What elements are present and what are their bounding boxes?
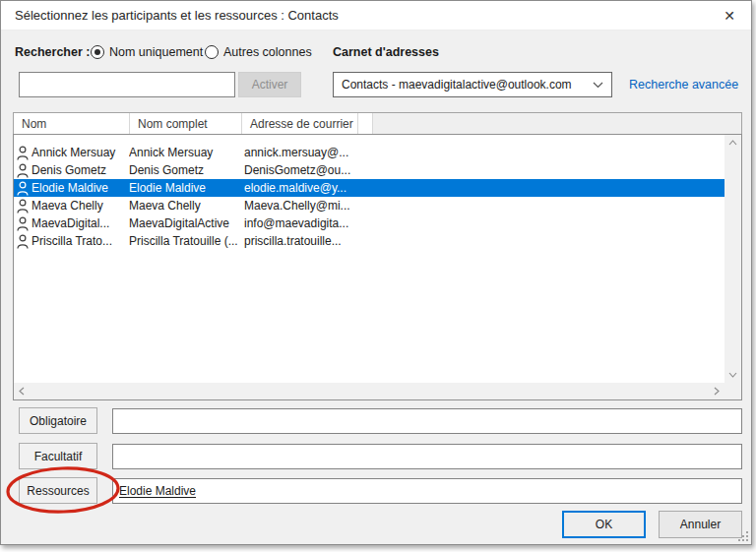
radio-name-only-label[interactable]: Nom uniquement xyxy=(109,45,203,59)
column-header-fullname[interactable]: Nom complet xyxy=(130,113,242,134)
contact-email: DenisGometz@ou... xyxy=(244,163,724,177)
contact-full-name: Annick Mersuay xyxy=(129,146,244,159)
contact-email: info@maevadigita... xyxy=(244,216,724,230)
address-book-select[interactable]: Contacts - maevadigitalactive@outlook.co… xyxy=(333,72,612,97)
scroll-up-icon[interactable] xyxy=(724,135,741,151)
ok-button-label: OK xyxy=(596,518,612,531)
search-input[interactable] xyxy=(19,72,235,97)
contact-full-name: Maeva Chelly xyxy=(129,199,244,213)
radio-name-only[interactable] xyxy=(91,45,104,59)
column-header-blank[interactable] xyxy=(358,113,373,134)
required-field[interactable] xyxy=(112,408,742,434)
address-book-value: Contacts - maevadigitalactive@outlook.co… xyxy=(342,78,589,92)
column-header-name[interactable]: Nom xyxy=(14,113,130,134)
chevron-down-icon xyxy=(593,82,603,89)
table-row[interactable]: Maeva Chelly Maeva Chelly Maeva.Chelly@m… xyxy=(14,197,724,215)
contact-full-name: Priscilla Tratouille (... xyxy=(129,234,244,248)
contact-list: Annick Mersuay Annick Mersuay annick.mer… xyxy=(13,134,742,400)
resources-button[interactable]: Ressources xyxy=(19,477,97,504)
table-row[interactable]: Priscilla Trato... Priscilla Tratouille … xyxy=(14,232,724,250)
resources-field[interactable]: Elodie Maldive xyxy=(112,478,742,504)
resize-grip[interactable] xyxy=(737,530,748,541)
ok-button[interactable]: OK xyxy=(562,511,646,538)
contact-email: Maeva.Chelly@mi... xyxy=(244,199,724,213)
contact-full-name: Elodie Maldive xyxy=(129,181,244,195)
table-header: Nom Nom complet Adresse de courrier xyxy=(13,112,742,135)
contact-name: Elodie Maldive xyxy=(32,181,129,195)
title-bar: Sélectionnez les participants et les res… xyxy=(1,1,751,31)
table-row[interactable]: Annick Mersuay Annick Mersuay annick.mer… xyxy=(14,144,724,161)
contact-full-name: MaevaDigitalActive xyxy=(129,216,244,230)
select-attendees-dialog: Sélectionnez les participants et les res… xyxy=(0,0,752,545)
go-button[interactable]: Activer xyxy=(238,72,301,97)
contact-list-rows: Annick Mersuay Annick Mersuay annick.mer… xyxy=(14,135,724,383)
vertical-scrollbar[interactable] xyxy=(724,135,741,383)
table-row[interactable]: Denis Gometz Denis Gometz DenisGometz@ou… xyxy=(14,161,724,179)
person-icon xyxy=(14,163,32,178)
contact-name: Priscilla Trato... xyxy=(32,234,129,248)
contact-email: priscilla.tratouille... xyxy=(244,234,724,248)
cancel-button[interactable]: Annuler xyxy=(659,511,742,538)
person-icon xyxy=(14,216,32,231)
optional-button-label: Facultatif xyxy=(34,450,83,463)
resources-button-label: Ressources xyxy=(27,484,89,498)
address-book-label: Carnet d'adresses xyxy=(333,45,439,59)
scroll-down-icon[interactable] xyxy=(724,367,741,383)
required-button-label: Obligatoire xyxy=(30,414,87,428)
contact-name: MaevaDigital... xyxy=(32,216,129,230)
column-header-email[interactable]: Adresse de courrier xyxy=(242,113,358,134)
optional-field[interactable] xyxy=(112,444,742,469)
scrollbar-corner xyxy=(724,383,741,399)
person-icon xyxy=(14,146,32,160)
radio-other-columns-label[interactable]: Autres colonnes xyxy=(223,45,312,59)
required-button[interactable]: Obligatoire xyxy=(19,407,97,434)
resources-field-value: Elodie Maldive xyxy=(119,484,196,498)
close-icon: ✕ xyxy=(724,8,735,24)
contact-email: elodie.maldive@y... xyxy=(244,181,724,195)
radio-other-columns[interactable] xyxy=(205,45,219,59)
contact-name: Denis Gometz xyxy=(32,163,129,177)
scroll-right-icon[interactable] xyxy=(709,383,724,399)
contact-email: annick.mersuay@... xyxy=(244,146,724,159)
go-button-label: Activer xyxy=(252,78,288,92)
contact-name: Maeva Chelly xyxy=(32,199,129,213)
person-icon xyxy=(14,181,32,196)
table-row[interactable]: MaevaDigital... MaevaDigitalActive info@… xyxy=(14,215,724,232)
person-icon xyxy=(14,199,32,214)
person-icon xyxy=(14,234,32,249)
advanced-search-link[interactable]: Recherche avancée xyxy=(629,78,738,92)
horizontal-scrollbar[interactable] xyxy=(14,383,724,399)
contact-name: Annick Mersuay xyxy=(32,146,129,159)
contact-full-name: Denis Gometz xyxy=(129,163,244,177)
dialog-title: Sélectionnez les participants et les res… xyxy=(15,1,339,31)
close-button[interactable]: ✕ xyxy=(714,1,745,31)
optional-button[interactable]: Facultatif xyxy=(19,443,97,469)
scroll-left-icon[interactable] xyxy=(14,383,30,399)
table-row[interactable]: Elodie Maldive Elodie Maldive elodie.mal… xyxy=(14,179,724,197)
search-label: Rechercher : xyxy=(15,45,90,59)
cancel-button-label: Annuler xyxy=(680,518,721,531)
